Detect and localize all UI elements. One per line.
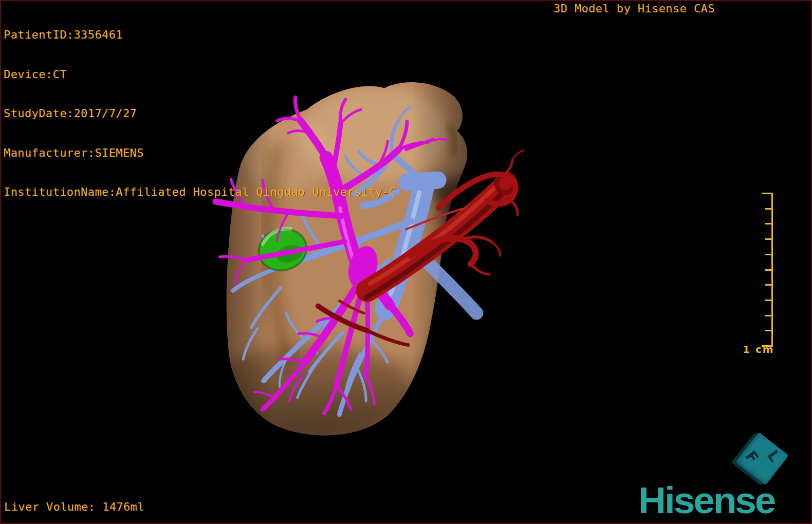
scale-bar-tick [765, 238, 773, 240]
orientation-letter-front: F [743, 448, 761, 466]
view-title: 3D Model by Hisense CAS [553, 2, 715, 15]
liver-volume-readout: Liver Volume: 1476ml [4, 500, 144, 514]
patient-id-line: PatientID:3356461 [4, 28, 396, 42]
scale-bar-tick [765, 223, 773, 224]
hisense-logo: Hisense [638, 482, 774, 519]
scale-bar-tick [765, 284, 773, 286]
scale-bar-tick [765, 254, 773, 255]
manufacturer-line: Manufacturer:SIEMENS [4, 146, 396, 160]
scale-bar-tick [765, 208, 773, 210]
scale-bar-tick [765, 300, 773, 301]
scale-bar-tick [762, 193, 773, 194]
scale-bar-tick [765, 269, 773, 271]
orientation-letter-left: L [765, 447, 783, 464]
study-date-line: StudyDate:2017/7/27 [4, 107, 396, 120]
institution-line: InstitutionName:Affiliated Hospital Qing… [4, 185, 396, 199]
scale-bar-tick [765, 330, 773, 331]
scale-bar-label: 1 cm [743, 343, 774, 355]
scale-bar [760, 193, 773, 347]
patient-info-block: PatientID:3356461 Device:CT StudyDate:20… [4, 2, 396, 225]
device-line: Device:CT [4, 68, 396, 81]
viewer-window: PatientID:3356461 Device:CT StudyDate:20… [0, 0, 812, 524]
scale-bar-tick [765, 315, 773, 316]
